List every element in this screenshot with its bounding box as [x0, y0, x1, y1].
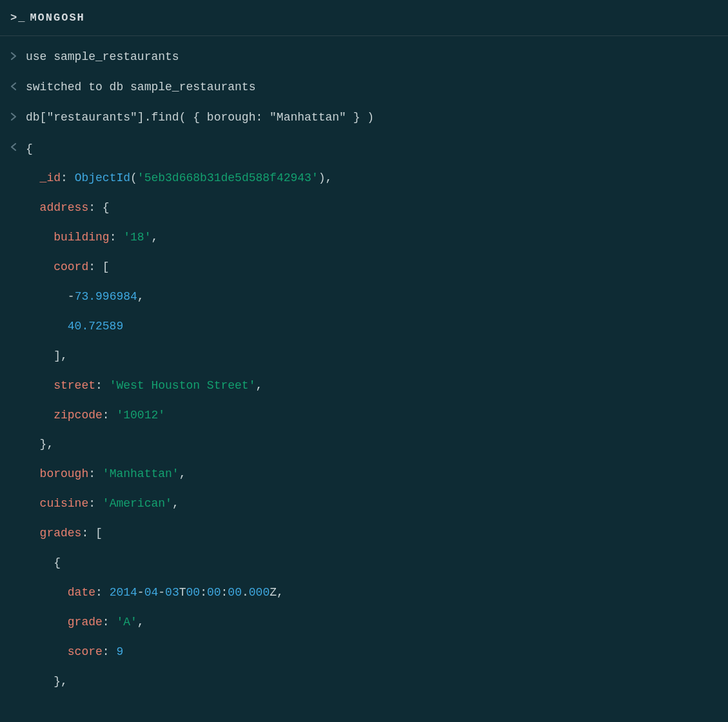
command-text: db["restaurants"].find( { borough: "Manh…	[26, 108, 718, 127]
input-line-2: db["restaurants"].find( { borough: "Manh…	[10, 108, 718, 127]
output-chevron-icon	[10, 78, 19, 91]
prompt-icon: >_	[10, 9, 26, 26]
console-area[interactable]: use sample_restaurants switched to db sa…	[0, 36, 728, 696]
output-document: { _id: ObjectId('5eb3d668b31de5d588f4294…	[10, 139, 718, 697]
mongosh-header[interactable]: >_ MONGOSH	[0, 0, 728, 36]
output-chevron-icon	[10, 139, 19, 151]
input-chevron-icon	[10, 48, 19, 61]
response-text: switched to db sample_restaurants	[26, 78, 718, 97]
input-chevron-icon	[10, 108, 19, 121]
output-line-1: switched to db sample_restaurants	[10, 78, 718, 97]
input-line-1: use sample_restaurants	[10, 48, 718, 66]
command-text: use sample_restaurants	[26, 48, 718, 66]
header-title: MONGOSH	[30, 9, 84, 26]
document-json: { _id: ObjectId('5eb3d668b31de5d588f4294…	[26, 135, 718, 697]
